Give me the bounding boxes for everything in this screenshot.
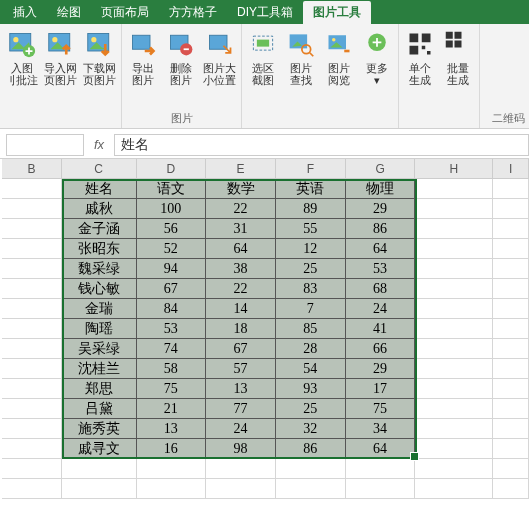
tab-fangfang[interactable]: 方方格子 [159, 1, 227, 24]
cell[interactable]: 66 [346, 339, 416, 359]
cell[interactable]: 38 [206, 259, 276, 279]
cell[interactable] [2, 299, 62, 319]
btn-image-size-pos[interactable]: 图片大小位置 [201, 26, 238, 88]
cell[interactable]: 18 [206, 319, 276, 339]
cell[interactable] [2, 439, 62, 459]
tab-pagelayout[interactable]: 页面布局 [91, 1, 159, 24]
cell[interactable]: 英语 [276, 179, 346, 199]
cell[interactable] [493, 319, 529, 339]
cell[interactable] [137, 479, 207, 499]
cell[interactable]: 29 [346, 359, 416, 379]
cell[interactable]: 41 [346, 319, 416, 339]
cell[interactable]: 语文 [137, 179, 207, 199]
cell[interactable]: 陶瑶 [62, 319, 137, 339]
spreadsheet-grid[interactable]: 姓名语文数学英语物理戚秋100228929金子涵56315586张昭东52641… [2, 179, 529, 499]
cell[interactable]: 数学 [206, 179, 276, 199]
cell[interactable] [415, 239, 493, 259]
cell[interactable]: 67 [206, 339, 276, 359]
cell[interactable] [493, 239, 529, 259]
cell[interactable]: 戚寻文 [62, 439, 137, 459]
cell[interactable]: 57 [206, 359, 276, 379]
cell[interactable]: 56 [137, 219, 207, 239]
cell[interactable] [2, 339, 62, 359]
cell[interactable] [493, 199, 529, 219]
cell[interactable] [493, 339, 529, 359]
cell[interactable]: 53 [346, 259, 416, 279]
col-head[interactable]: I [493, 159, 529, 178]
col-head[interactable]: H [415, 159, 493, 178]
col-head[interactable]: B [2, 159, 62, 178]
cell[interactable] [2, 419, 62, 439]
tab-draw[interactable]: 绘图 [47, 1, 91, 24]
cell[interactable]: 16 [137, 439, 207, 459]
cell[interactable]: 魏采绿 [62, 259, 137, 279]
btn-insert-image[interactable]: 入图刂批注 [3, 26, 40, 88]
cell[interactable] [415, 279, 493, 299]
cell[interactable] [493, 379, 529, 399]
cell[interactable]: 17 [346, 379, 416, 399]
cell[interactable] [493, 359, 529, 379]
col-head[interactable]: D [137, 159, 207, 178]
btn-selection-screenshot[interactable]: 选区截图 [245, 26, 281, 88]
btn-download-web-image[interactable]: 下载网页图片 [81, 26, 118, 88]
cell[interactable]: 金瑞 [62, 299, 137, 319]
cell[interactable]: 郑思 [62, 379, 137, 399]
cell[interactable] [137, 459, 207, 479]
cell[interactable] [415, 199, 493, 219]
cell[interactable]: 34 [346, 419, 416, 439]
cell[interactable]: 戚秋 [62, 199, 137, 219]
cell[interactable]: 物理 [346, 179, 416, 199]
cell[interactable]: 14 [206, 299, 276, 319]
cell[interactable] [2, 379, 62, 399]
cell[interactable] [276, 479, 346, 499]
cell[interactable] [2, 399, 62, 419]
cell[interactable] [415, 319, 493, 339]
cell[interactable] [415, 419, 493, 439]
cell[interactable] [2, 259, 62, 279]
formula-input[interactable] [114, 134, 529, 156]
cell[interactable]: 21 [137, 399, 207, 419]
cell[interactable]: 74 [137, 339, 207, 359]
cell[interactable]: 施秀英 [62, 419, 137, 439]
cell[interactable] [276, 459, 346, 479]
cell[interactable]: 姓名 [62, 179, 137, 199]
cell[interactable]: 13 [206, 379, 276, 399]
cell[interactable]: 84 [137, 299, 207, 319]
cell[interactable] [415, 379, 493, 399]
cell[interactable]: 67 [137, 279, 207, 299]
cell[interactable] [493, 459, 529, 479]
cell[interactable] [493, 279, 529, 299]
btn-import-web-image[interactable]: 导入网页图片 [42, 26, 79, 88]
cell[interactable]: 53 [137, 319, 207, 339]
cell[interactable] [415, 439, 493, 459]
cell[interactable] [62, 459, 137, 479]
cell[interactable] [2, 359, 62, 379]
cell[interactable] [493, 259, 529, 279]
cell[interactable]: 58 [137, 359, 207, 379]
cell[interactable]: 64 [346, 239, 416, 259]
cell[interactable] [2, 219, 62, 239]
btn-image-view[interactable]: 图片阅览 [321, 26, 357, 88]
cell[interactable] [206, 459, 276, 479]
col-head[interactable]: F [276, 159, 346, 178]
btn-qr-single[interactable]: 单个生成 [402, 26, 438, 88]
cell[interactable] [2, 199, 62, 219]
cell[interactable]: 28 [276, 339, 346, 359]
cell[interactable] [415, 219, 493, 239]
cell[interactable]: 32 [276, 419, 346, 439]
cell[interactable]: 24 [346, 299, 416, 319]
cell[interactable] [2, 279, 62, 299]
cell[interactable] [346, 479, 416, 499]
cell[interactable]: 吕黛 [62, 399, 137, 419]
cell[interactable]: 93 [276, 379, 346, 399]
cell[interactable]: 83 [276, 279, 346, 299]
cell[interactable]: 86 [346, 219, 416, 239]
fx-icon[interactable]: fx [88, 137, 110, 152]
cell[interactable]: 86 [276, 439, 346, 459]
cell[interactable] [415, 459, 493, 479]
cell[interactable] [346, 459, 416, 479]
cell[interactable]: 25 [276, 259, 346, 279]
col-head[interactable]: E [206, 159, 276, 178]
btn-delete-image[interactable]: 删除图片 [163, 26, 199, 88]
cell[interactable]: 29 [346, 199, 416, 219]
